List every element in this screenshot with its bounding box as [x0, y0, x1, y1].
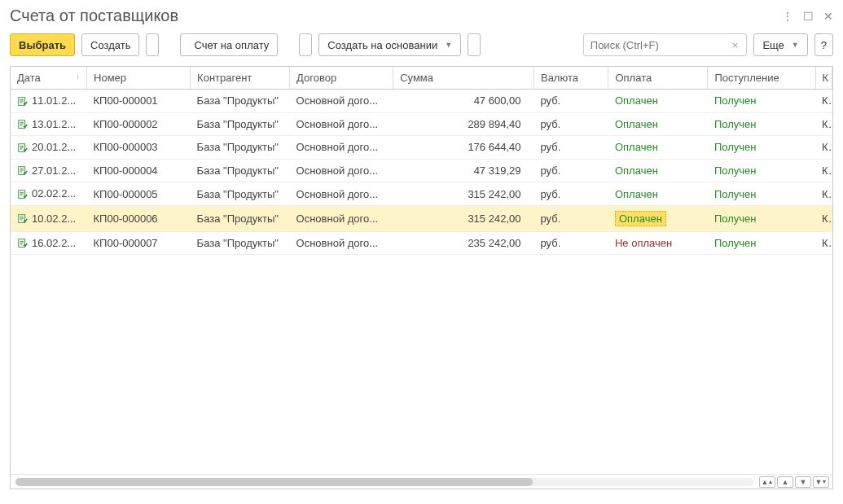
document-posted-icon — [17, 238, 29, 249]
col-contract[interactable]: Договор — [290, 67, 393, 90]
col-extra[interactable]: К — [815, 67, 832, 90]
scrollbar-thumb[interactable] — [15, 478, 533, 486]
structure-button[interactable] — [468, 33, 481, 56]
table-row[interactable]: 27.01.2...КП00-000004База "Продукты"Осно… — [11, 159, 832, 182]
document-posted-icon — [17, 119, 29, 130]
col-sum[interactable]: Сумма — [393, 67, 534, 90]
document-posted-icon — [17, 189, 29, 200]
invoice-button[interactable]: Счет на оплату — [180, 33, 278, 56]
table-row[interactable]: 16.02.2...КП00-000007База "Продукты"Осно… — [11, 231, 832, 255]
search-input[interactable] — [589, 38, 729, 52]
document-posted-icon — [17, 142, 29, 154]
table-row[interactable]: 11.01.2...КП00-000001База "Продукты"Осно… — [11, 90, 832, 113]
scroll-top-button[interactable]: ▲▲ — [759, 476, 775, 488]
chevron-down-icon: ▼ — [792, 41, 799, 49]
create-based-button[interactable]: Создать на основании ▼ — [318, 33, 461, 56]
table-row[interactable]: 10.02.2...КП00-000006База "Продукты"Осно… — [11, 205, 832, 231]
attach-button[interactable] — [299, 33, 312, 56]
copy-button[interactable] — [146, 33, 159, 56]
table-row[interactable]: 02.02.2...КП00-000005База "Продукты"Осно… — [11, 182, 832, 206]
help-button[interactable]: ? — [814, 33, 833, 56]
table-row[interactable]: 20.01.2...КП00-000003База "Продукты"Осно… — [11, 136, 832, 160]
col-date[interactable]: Дата↓ — [11, 67, 87, 90]
document-posted-icon — [17, 96, 29, 107]
col-receipt[interactable]: Поступление — [708, 67, 815, 90]
col-payment[interactable]: Оплата — [608, 67, 708, 90]
maximize-icon[interactable]: ☐ — [803, 10, 814, 23]
search-field-wrap[interactable]: × — [583, 33, 748, 56]
scroll-up-button[interactable]: ▲ — [777, 476, 793, 488]
select-button[interactable]: Выбрать — [10, 33, 75, 56]
sort-asc-icon: ↓ — [76, 72, 80, 81]
close-icon[interactable]: ✕ — [823, 10, 833, 23]
document-posted-icon — [17, 165, 29, 177]
horizontal-scrollbar[interactable] — [15, 478, 754, 486]
col-currency[interactable]: Валюта — [533, 67, 608, 90]
invoice-button-label: Счет на оплату — [194, 39, 269, 51]
data-table: Дата↓ Номер Контрагент Договор Сумма Вал… — [10, 66, 833, 489]
col-counterparty[interactable]: Контрагент — [191, 67, 290, 90]
col-number[interactable]: Номер — [87, 67, 191, 90]
table-row[interactable]: 13.01.2...КП00-000002База "Продукты"Осно… — [11, 112, 832, 136]
chevron-down-icon: ▼ — [445, 41, 452, 49]
more-button[interactable]: Еще ▼ — [753, 33, 807, 56]
scroll-down-button[interactable]: ▼ — [795, 476, 811, 488]
document-posted-icon — [17, 213, 29, 225]
page-title: Счета от поставщиков — [10, 7, 178, 25]
create-based-label: Создать на основании — [327, 39, 437, 51]
create-button[interactable]: Создать — [81, 33, 139, 56]
kebab-menu-icon[interactable]: ⋮ — [782, 10, 793, 23]
scroll-bottom-button[interactable]: ▼▼ — [813, 476, 829, 488]
clear-search-icon[interactable]: × — [729, 39, 742, 51]
more-button-label: Еще — [762, 39, 784, 51]
